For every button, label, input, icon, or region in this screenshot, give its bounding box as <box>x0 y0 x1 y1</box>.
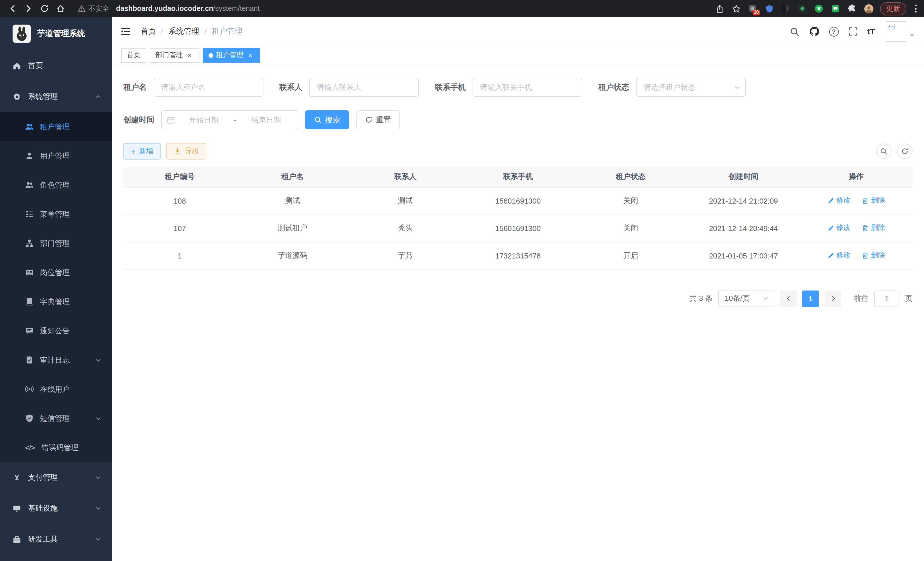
sidebar-group-label: 研发工具 <box>28 534 58 544</box>
browser-update-button[interactable]: 更新 <box>880 2 906 15</box>
back-icon[interactable] <box>4 1 21 16</box>
url-bar[interactable]: dashboard.yudao.iocoder.cn/system/tenant <box>116 5 713 13</box>
delete-button[interactable]: 删除 <box>862 251 885 260</box>
tag-dept[interactable]: 部门管理 × <box>150 48 200 63</box>
browser-profile-avatar[interactable] <box>862 2 875 15</box>
sidebar-item-dept[interactable]: 部门管理 <box>0 229 112 258</box>
cell-contact: 芋艿 <box>349 242 462 269</box>
sidebar-item-post[interactable]: 岗位管理 <box>0 258 112 287</box>
tag-label: 租户管理 <box>216 50 243 60</box>
sidebar-group-audit-log[interactable]: 审计日志 <box>0 345 112 375</box>
tag-home[interactable]: 首页 <box>121 48 146 63</box>
goto-page-input[interactable] <box>874 290 899 307</box>
filter-mobile: 联系手机 <box>435 78 582 97</box>
sidebar-item-label: 部门管理 <box>40 238 70 248</box>
extension-icon-2[interactable] <box>763 2 776 15</box>
chevron-down-icon <box>95 415 102 422</box>
date-range-picker[interactable]: 开始日期 - 结束日期 <box>161 110 298 129</box>
sidebar-collapse-icon[interactable] <box>121 27 131 36</box>
breadcrumb-system[interactable]: 系统管理 <box>169 26 200 37</box>
extension-icon-4[interactable] <box>796 2 808 15</box>
sidebar-item-menu[interactable]: 菜单管理 <box>0 200 112 229</box>
cell-create-time: 2021-12-14 20:49:44 <box>687 214 800 242</box>
next-page-button[interactable] <box>825 290 841 307</box>
page-number-button[interactable]: 1 <box>802 290 819 307</box>
page-size-select[interactable]: 10条/页 <box>718 290 774 307</box>
sidebar-item-tenant[interactable]: 租户管理 <box>0 112 112 141</box>
close-icon[interactable]: × <box>186 51 194 59</box>
breadcrumb-home[interactable]: 首页 <box>141 26 156 37</box>
font-size-icon[interactable]: tT <box>867 27 875 36</box>
github-icon[interactable] <box>809 26 819 37</box>
status-select[interactable] <box>636 78 746 97</box>
home-icon[interactable] <box>52 1 69 16</box>
extension-icon-5[interactable] <box>813 2 825 15</box>
cell-actions: 修改 删除 <box>800 214 913 242</box>
browser-menu-icon[interactable] <box>911 2 920 15</box>
edit-pencil-icon <box>827 225 834 232</box>
cell-status: 关闭 <box>574 187 687 214</box>
sidebar-item-user[interactable]: 用户管理 <box>0 141 112 170</box>
cell-contact: 秃头 <box>349 214 462 242</box>
sidebar-item-error-code[interactable]: </> 错误码管理 <box>0 433 112 462</box>
prev-page-button[interactable] <box>780 290 796 307</box>
share-icon[interactable] <box>713 2 726 15</box>
sidebar-group-label: 基础设施 <box>28 503 58 514</box>
caret-down-icon <box>909 33 915 38</box>
sidebar-item-online-user[interactable]: 在线用户 <box>0 375 112 404</box>
download-icon <box>174 147 181 155</box>
sidebar-item-dict[interactable]: 字典管理 <box>0 287 112 316</box>
contact-input[interactable] <box>309 78 419 97</box>
tenant-name-input[interactable] <box>153 78 263 97</box>
add-button[interactable]: + 新增 <box>123 143 160 159</box>
edit-button[interactable]: 修改 <box>827 196 850 206</box>
navbar-actions: ? tT <box>790 21 915 42</box>
refresh-table-button[interactable] <box>897 144 913 159</box>
sidebar-group-dev-tools[interactable]: 研发工具 <box>0 524 112 555</box>
edit-button[interactable]: 修改 <box>827 223 850 233</box>
sidebar-item-notice[interactable]: 通知公告 <box>0 316 112 345</box>
pagination-total: 共 3 条 <box>689 293 712 304</box>
mobile-input[interactable] <box>472 78 582 97</box>
extension-icon-1[interactable]: 10 <box>746 2 759 15</box>
extension-icon-6[interactable] <box>829 2 842 15</box>
fullscreen-icon[interactable] <box>849 27 858 36</box>
export-button[interactable]: 导出 <box>166 143 206 159</box>
delete-button[interactable]: 删除 <box>862 223 885 233</box>
extensions-puzzle-icon[interactable] <box>846 2 858 15</box>
security-indicator[interactable]: 不安全 <box>78 4 109 14</box>
reset-button[interactable]: 重置 <box>356 110 400 129</box>
sidebar-group-sms[interactable]: 短信管理 <box>0 404 112 433</box>
reload-icon[interactable] <box>37 1 52 16</box>
sidebar-item-home[interactable]: 首页 <box>0 50 112 81</box>
extension-icon-3[interactable] <box>779 2 792 15</box>
user-avatar-menu[interactable] <box>886 21 915 42</box>
tag-tenant-active[interactable]: 租户管理 × <box>203 48 260 63</box>
org-tree-icon <box>25 239 34 248</box>
url-path: /system/tenant <box>213 5 260 13</box>
close-icon[interactable]: × <box>246 51 254 59</box>
edit-button[interactable]: 修改 <box>827 251 850 260</box>
delete-button[interactable]: 删除 <box>862 196 885 206</box>
sidebar-item-role[interactable]: 角色管理 <box>0 170 112 200</box>
sidebar-group-pay[interactable]: ¥ 支付管理 <box>0 462 112 493</box>
bookmark-star-icon[interactable] <box>730 2 742 15</box>
date-start-placeholder[interactable]: 开始日期 <box>177 115 230 125</box>
field-label: 租户状态 <box>598 82 629 92</box>
browser-chrome: 不安全 dashboard.yudao.iocoder.cn/system/te… <box>0 0 924 17</box>
sidebar-group-infra[interactable]: 基础设施 <box>0 493 112 524</box>
help-icon[interactable]: ? <box>829 27 839 36</box>
forward-icon[interactable] <box>21 1 37 16</box>
search-button[interactable]: 搜索 <box>305 110 349 129</box>
search-icon[interactable] <box>790 27 800 36</box>
app-logo[interactable]: 芋道管理系统 <box>0 17 112 50</box>
sidebar-item-label: 菜单管理 <box>40 209 70 219</box>
status-select-input[interactable] <box>636 78 746 97</box>
page-unit-label: 页 <box>905 293 913 304</box>
goto-label: 前往 <box>854 293 868 304</box>
sidebar-group-system[interactable]: 系统管理 <box>0 81 112 112</box>
id-badge-icon <box>25 268 34 277</box>
date-end-placeholder[interactable]: 结束日期 <box>239 115 292 125</box>
browser-actions: 10 更新 <box>713 2 920 15</box>
toggle-search-button[interactable] <box>876 144 891 159</box>
